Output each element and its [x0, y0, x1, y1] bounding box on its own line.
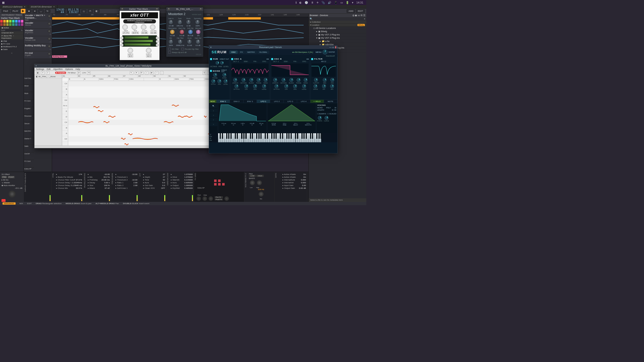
auto-monitor[interactable]: ◆ Auto-monitor: [1, 184, 23, 187]
tool-icon[interactable]: ▦: [36, 71, 39, 75]
grid-pad[interactable]: [218, 179, 221, 182]
band-gain-knob[interactable]: [156, 36, 159, 39]
device-presswerk[interactable]: PRESSWERK▸ -10.00▸ Threshold 1▸ Threshol…: [111, 172, 139, 202]
param-row[interactable]: ▸ Drive1.070000: [167, 176, 193, 178]
black-key[interactable]: [280, 133, 281, 139]
all-ins[interactable]: ▸ All Ins: [1, 178, 23, 181]
grid-knob[interactable]: [196, 196, 201, 201]
noise-knob[interactable]: [213, 73, 217, 77]
close-icon[interactable]: ×: [50, 26, 51, 28]
tab-matrix[interactable]: MATRIX: [245, 51, 257, 54]
param-row[interactable]: ▸ Threshold 2-10.00: [112, 178, 137, 181]
grid-knob[interactable]: [209, 196, 213, 201]
pitch-blob[interactable]: [185, 115, 192, 119]
param-row[interactable]: ▸ Warmth0.215000: [167, 178, 193, 181]
chord-label[interactable]: F#m: [189, 78, 204, 81]
band-knob[interactable]: [257, 180, 262, 185]
osc-knob[interactable]: [234, 84, 238, 88]
close-icon[interactable]: ×: [121, 8, 124, 11]
start-menu-icon[interactable]: ▦: [2, 1, 5, 4]
lfo-tab[interactable]: LFO 1: [257, 100, 270, 103]
minimize-icon[interactable]: —: [329, 46, 332, 49]
color-swatch[interactable]: [15, 23, 18, 26]
color-swatch[interactable]: [15, 20, 18, 23]
dc-filter-checkbox[interactable]: DC Filter: [168, 48, 179, 50]
misstortion-knob[interactable]: [170, 29, 175, 34]
env-tab[interactable]: ENV 2: [230, 100, 243, 103]
plugin-window-ott[interactable]: ×Darker Than Black…× xfer OTT Multiband …: [119, 7, 160, 60]
device-satin[interactable]: SATIN▸ Active #SatinOn▸ Active #SatinOn▸…: [274, 172, 307, 202]
close-icon[interactable]: ×: [50, 41, 51, 43]
ott-knob[interactable]: [141, 24, 146, 30]
param-row[interactable]: ▸ Chorus Delay 11.02046ms: [53, 181, 82, 184]
osc-knob[interactable]: [293, 84, 297, 88]
band-gain-knob[interactable]: [156, 40, 159, 43]
param-row[interactable]: ▸ Chorus Filter Cutoff37.6 %: [53, 178, 82, 181]
close-icon[interactable]: ×: [199, 8, 202, 11]
filter-enable-led[interactable]: [311, 58, 313, 60]
black-key[interactable]: [312, 133, 313, 139]
filter-type[interactable]: NN 12: [311, 61, 336, 62]
black-key[interactable]: [273, 133, 275, 139]
browser-icon[interactable]: ▭: [358, 14, 360, 17]
tool-icon[interactable]: —: [160, 71, 164, 75]
audio-clip[interactable]: [52, 17, 123, 20]
close-icon[interactable]: ×: [167, 8, 170, 11]
param-row[interactable]: ▸ Output Gain0.00 dB: [279, 187, 306, 190]
osc-knob[interactable]: [253, 84, 257, 88]
grid-pad[interactable]: [222, 183, 225, 186]
band-knob[interactable]: [250, 180, 255, 185]
virtual-keyboard[interactable]: [218, 133, 321, 142]
param-row[interactable]: ▸ Clean XOVOFF: [140, 187, 165, 190]
noise-enable-led[interactable]: [210, 70, 212, 72]
poly-value[interactable]: 16: [334, 107, 336, 109]
transfer-button[interactable]: ● Transfer: [55, 72, 66, 74]
tray-icon[interactable]: ⏸: [311, 1, 314, 4]
device-vital[interactable]: VITAL▸ 174▸ Beats Per Minute▸ Chorus Fil…: [52, 172, 83, 202]
black-key[interactable]: [265, 133, 266, 139]
close-icon[interactable]: ×: [364, 18, 365, 20]
bar-marker[interactable]: 133: [244, 14, 257, 17]
color-swatch[interactable]: [21, 20, 24, 23]
active-toggle[interactable]: ◆ Active: [1, 26, 23, 29]
black-key[interactable]: [237, 133, 238, 139]
add-device-button[interactable]: +: [0, 52, 24, 55]
bar-marker[interactable]: 125: [219, 14, 231, 17]
param-row[interactable]: ▸ Time92: [140, 178, 165, 181]
osc-knob[interactable]: [314, 78, 318, 82]
pitch-blob[interactable]: [125, 142, 129, 146]
param-row[interactable]: ▸ Chorus Mix33.5 %: [53, 187, 82, 190]
view-edit[interactable]: EDIT: [27, 202, 32, 205]
param-row[interactable]: ▸ Active #SatinOn: [279, 176, 306, 178]
clock[interactable]: 14:31: [356, 1, 363, 4]
param-row[interactable]: ▸ Ratio 22.88: [112, 184, 137, 187]
tool-icon[interactable]: ⇄: [150, 71, 153, 75]
color-palette[interactable]: [0, 20, 24, 26]
filter-curve[interactable]: [311, 63, 336, 77]
key-display[interactable]: F# Minor: [68, 72, 76, 74]
master-knob[interactable]: [323, 50, 328, 55]
close-icon[interactable]: ×: [24, 6, 25, 8]
osc-knob[interactable]: [242, 78, 246, 82]
black-key[interactable]: [301, 133, 303, 139]
black-key[interactable]: [267, 133, 268, 139]
chord-label[interactable]: G#m: [98, 78, 113, 81]
param-row[interactable]: ▸ Attack67.42: [84, 187, 110, 190]
param-row[interactable]: ▸ Decay5.80 s: [84, 181, 110, 184]
band-gain-knob[interactable]: [156, 43, 159, 47]
osc-knob[interactable]: [313, 84, 317, 88]
black-key[interactable]: [310, 133, 311, 139]
osc-b-wavetable[interactable]: [271, 63, 309, 77]
sub-shape-knob[interactable]: [216, 61, 219, 65]
color-swatch[interactable]: [0, 23, 3, 26]
file-menu[interactable]: FILE: [2, 9, 10, 13]
tray-icon[interactable]: 🕓: [305, 1, 308, 4]
fx-slot[interactable]: Satin: [24, 145, 34, 152]
osc-knob[interactable]: [330, 84, 334, 88]
bar-marker[interactable]: 145: [283, 14, 296, 17]
lfo-tab[interactable]: LFO 2: [270, 100, 284, 103]
view-arrange[interactable]: ARRANGE: [3, 202, 16, 205]
black-key[interactable]: [260, 133, 262, 139]
param-row[interactable]: ▸ InternalVel0.000: [279, 181, 306, 184]
black-key[interactable]: [252, 133, 253, 139]
